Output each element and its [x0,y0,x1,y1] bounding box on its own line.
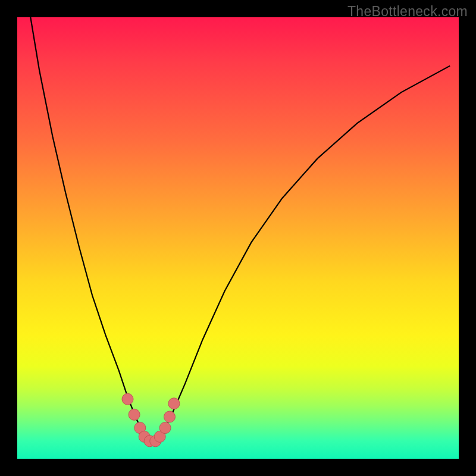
curve-marker [122,393,133,405]
bottleneck-curve [30,17,450,441]
curve-marker [168,398,180,409]
curve-marker [159,422,171,434]
curve-marker [129,409,140,420]
curve-markers [122,393,180,447]
plot-area [17,17,459,459]
curve-marker [164,411,176,422]
chart-overlay [17,17,459,459]
chart-frame: TheBottleneck.com [0,0,476,476]
